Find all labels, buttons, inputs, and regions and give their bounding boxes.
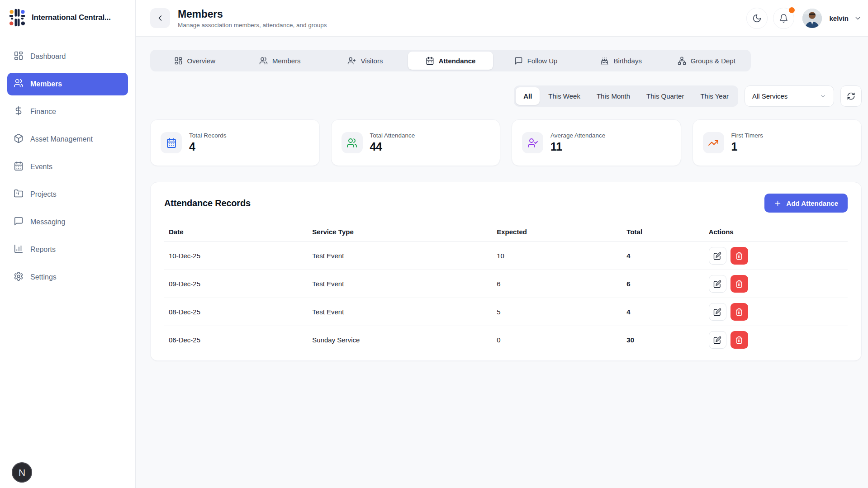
table-row: 06-Dec-25 Sunday Service 0 30 — [164, 326, 848, 354]
attendance-records-card: Attendance Records Add Attendance DateSe… — [150, 182, 862, 361]
user-name[interactable]: kelvin — [829, 14, 849, 22]
cell-date: 08-Dec-25 — [164, 298, 308, 326]
user-avatar[interactable] — [802, 9, 822, 28]
service-filter-select[interactable]: All Services — [745, 85, 834, 107]
period-option-this-month[interactable]: This Month — [589, 87, 638, 105]
row-actions — [709, 247, 843, 265]
moon-icon — [752, 14, 762, 23]
cell-expected: 6 — [492, 270, 622, 298]
attendance-table: DateService TypeExpectedTotalActions 10-… — [164, 222, 848, 354]
sidebar-item-finance[interactable]: Finance — [7, 100, 128, 123]
back-button[interactable] — [150, 8, 170, 28]
users-icon — [342, 132, 363, 153]
cell-service-type: Sunday Service — [308, 326, 492, 354]
sidebar-item-members[interactable]: Members — [7, 73, 128, 95]
dev-tools-badge[interactable]: N — [12, 462, 32, 483]
user-check-icon — [522, 132, 543, 153]
cell-date: 06-Dec-25 — [164, 326, 308, 354]
dollar-icon — [14, 106, 24, 118]
delete-attendance-button[interactable] — [730, 331, 748, 349]
delete-attendance-button[interactable] — [730, 275, 748, 293]
dashboard-icon — [14, 51, 24, 62]
sidebar-item-events[interactable]: Events — [7, 156, 128, 178]
folder-icon — [14, 189, 24, 200]
user-plus-icon — [347, 57, 356, 65]
edit-pencil-icon — [713, 336, 721, 344]
calendar-icon — [161, 132, 182, 153]
page-subtitle: Manage association members, attendance, … — [178, 22, 327, 28]
trash-icon — [735, 308, 743, 316]
chevron-down-icon[interactable] — [854, 14, 862, 22]
table-row: 09-Dec-25 Test Event 6 6 — [164, 270, 848, 298]
tab-visitors[interactable]: Visitors — [323, 52, 408, 70]
column-header-service-type: Service Type — [308, 222, 492, 242]
period-option-all[interactable]: All — [516, 87, 540, 105]
sidebar-item-reports[interactable]: Reports — [7, 238, 128, 261]
sidebar-item-messaging[interactable]: Messaging — [7, 211, 128, 233]
table-row: 10-Dec-25 Test Event 10 4 — [164, 242, 848, 270]
trending-up-icon — [703, 132, 724, 153]
cell-service-type: Test Event — [308, 270, 492, 298]
table-header-row: DateService TypeExpectedTotalActions — [164, 222, 848, 242]
cell-total: 4 — [622, 242, 704, 270]
tab-members[interactable]: Members — [237, 52, 323, 70]
tab-groups-dept[interactable]: Groups & Dept — [664, 52, 749, 70]
brand-logo-icon — [7, 8, 27, 28]
edit-attendance-button[interactable] — [709, 247, 726, 265]
trash-icon — [735, 252, 743, 260]
page-title-block: Members Manage association members, atte… — [178, 8, 327, 28]
sidebar-item-projects[interactable]: Projects — [7, 183, 128, 206]
delete-attendance-button[interactable] — [730, 247, 748, 265]
records-card-header: Attendance Records Add Attendance — [164, 194, 848, 213]
top-bar: Members Manage association members, atte… — [136, 0, 868, 37]
add-attendance-button[interactable]: Add Attendance — [764, 194, 848, 213]
sidebar-item-settings[interactable]: Settings — [7, 266, 128, 289]
chevron-down-icon — [820, 93, 826, 99]
tab-attendance[interactable]: Attendance — [408, 52, 493, 70]
cell-date: 09-Dec-25 — [164, 270, 308, 298]
calendar-icon — [426, 57, 434, 65]
cell-service-type: Test Event — [308, 298, 492, 326]
period-option-this-year[interactable]: This Year — [693, 87, 736, 105]
cell-service-type: Test Event — [308, 242, 492, 270]
sidebar-item-asset-management[interactable]: Asset Management — [7, 128, 128, 151]
plus-icon — [774, 199, 782, 207]
edit-pencil-icon — [713, 280, 721, 288]
tab-follow-up[interactable]: Follow Up — [493, 52, 579, 70]
edit-attendance-button[interactable] — [709, 303, 726, 321]
column-header-actions: Actions — [704, 222, 848, 242]
stat-cards: Total Records 4 Total Attendance 44 — [150, 119, 862, 166]
records-title: Attendance Records — [164, 198, 251, 208]
tab-birthdays[interactable]: Birthdays — [579, 52, 664, 70]
period-filter: All This Week This Month This Quarter — [514, 85, 738, 107]
brand-name: International Central... — [32, 13, 111, 22]
tab-overview[interactable]: Overview — [152, 52, 237, 70]
cake-icon — [600, 57, 609, 65]
trash-icon — [735, 336, 743, 344]
period-option-this-week[interactable]: This Week — [541, 87, 588, 105]
bar-chart-icon — [14, 244, 24, 256]
stat-card-first-timers: First Timers 1 — [693, 119, 862, 166]
delete-attendance-button[interactable] — [730, 303, 748, 321]
dark-mode-button[interactable] — [746, 8, 768, 29]
calendar-icon — [14, 161, 24, 173]
refresh-icon — [847, 92, 855, 100]
top-bar-actions: kelvin — [746, 8, 862, 29]
users-icon — [259, 57, 268, 65]
bell-icon — [779, 14, 788, 23]
cell-expected: 5 — [492, 298, 622, 326]
notifications-button[interactable] — [773, 8, 794, 29]
gear-icon — [14, 271, 24, 283]
refresh-button[interactable] — [840, 85, 862, 107]
section-tabs: Overview Members Visitors Attendance — [150, 50, 751, 71]
edit-attendance-button[interactable] — [709, 275, 726, 293]
period-option-this-quarter[interactable]: This Quarter — [639, 87, 692, 105]
row-actions — [709, 331, 843, 349]
stat-card-total-records: Total Records 4 — [150, 119, 320, 166]
sidebar-nav: Dashboard Members Finance Asset Manageme… — [0, 45, 135, 289]
app-window: International Central... Dashboard Membe… — [0, 0, 868, 488]
sidebar-item-dashboard[interactable]: Dashboard — [7, 45, 128, 68]
edit-attendance-button[interactable] — [709, 331, 726, 349]
brand: International Central... — [0, 0, 135, 33]
dashboard-icon — [174, 57, 183, 65]
